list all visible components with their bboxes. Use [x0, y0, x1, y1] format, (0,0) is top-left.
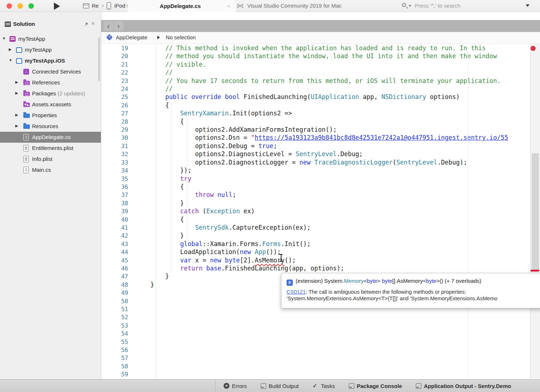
tooltip-signature-text: (extension) System.Memory<byte> byte[].A…	[296, 278, 481, 284]
code-token	[202, 265, 206, 272]
code-line-44[interactable]: 44 LoadApplication(new App());	[101, 248, 530, 256]
code-line-35[interactable]: 35 try	[101, 175, 530, 183]
code-line-30[interactable]: 30 options2.Dsn = "https://5a193123a9b84…	[101, 134, 530, 142]
tree-item-connected-services[interactable]: Connected Services	[0, 66, 101, 77]
code-token: .Debug);	[437, 159, 467, 166]
tree-item-entitlements-plist[interactable]: Entitlements.plist	[0, 143, 101, 154]
code-line-22[interactable]: 22 //	[101, 68, 530, 76]
code-line-45[interactable]: 45 var x = new byte[2].AsMemory();	[101, 256, 530, 264]
code-line-29[interactable]: 29 options2.AddXamarinFormsIntegration()…	[101, 126, 530, 134]
scrollbar-thumb[interactable]	[532, 153, 539, 272]
breadcrumb-selection[interactable]: No selection	[166, 34, 196, 40]
code-line-20[interactable]: 20 // method you should instantiate the …	[101, 52, 530, 60]
code-line-52[interactable]: 52	[101, 313, 530, 321]
pin-icon[interactable]	[83, 21, 89, 28]
minimize-window-button[interactable]	[17, 3, 23, 9]
dock-pad-errors[interactable]: Errors	[224, 383, 247, 389]
code-token: byte	[382, 278, 392, 284]
dock-pad-build-output[interactable]: Build Output	[261, 383, 299, 389]
line-number: 37	[101, 191, 128, 199]
disclosure-collapsed-icon[interactable]: ▶	[15, 113, 18, 117]
tree-item-mytestapp-ios[interactable]: ▼myTestApp.iOS	[0, 55, 101, 66]
disclosure-collapsed-icon[interactable]: ▶	[9, 47, 12, 51]
dsn-url-link[interactable]: https://5a193123a9b841bc8d8e42531e7242a1…	[255, 134, 508, 141]
tree-item-mytestapp[interactable]: ▶myTestApp	[0, 44, 101, 55]
disclosure-expanded-icon[interactable]: ▼	[9, 58, 12, 62]
code-text: options2.AddXamarinFormsIntegration();	[128, 126, 337, 133]
dock-pad-application-output-sentry-demo[interactable]: Application Output - Sentry.Demo	[416, 383, 511, 389]
tree-item-appdelegate-cs[interactable]: AppDelegate.cs	[0, 132, 101, 143]
error-code-link[interactable]: CS0121	[287, 289, 306, 295]
configuration-selector[interactable]: Re	[92, 3, 99, 9]
code-line-21[interactable]: 21 // visible.	[101, 60, 530, 68]
navigate-back-button[interactable]: ‹	[103, 21, 113, 31]
code-line-41[interactable]: 41 SentrySdk.CaptureException(ex);	[101, 223, 530, 231]
code-line-56[interactable]: 56	[101, 346, 530, 354]
dock-pad-label: Errors	[232, 383, 247, 389]
tree-item-resources[interactable]: ▶Resources	[0, 121, 101, 132]
line-number: 27	[101, 110, 128, 118]
disclosure-collapsed-icon[interactable]: ▶	[15, 124, 18, 128]
code-token: options2.DiagnosticLogger =	[135, 159, 299, 166]
disclosure-expanded-icon[interactable]: ▼	[2, 36, 6, 40]
code-line-31[interactable]: 31 options2.Debug = true;	[101, 142, 530, 150]
code-line-36[interactable]: 36 {	[101, 183, 530, 191]
code-line-37[interactable]: 37 throw null;	[101, 191, 530, 199]
code-line-28[interactable]: 28 {	[101, 118, 530, 126]
code-line-54[interactable]: 54	[101, 329, 530, 337]
code-line-38[interactable]: 38 }	[101, 199, 530, 207]
tab-list-chevron-icon[interactable]	[526, 4, 529, 7]
line-number: 52	[101, 313, 128, 321]
code-line-32[interactable]: 32 options2.DiagnosticLevel = SentryLeve…	[101, 150, 530, 158]
code-line-25[interactable]: 25 public override bool FinishedLaunchin…	[101, 93, 530, 101]
dock-pad-label: Package Console	[357, 383, 402, 389]
updates-badge: (2 updates)	[56, 90, 85, 96]
tree-item-info-plist[interactable]: Info.plist	[0, 154, 101, 165]
run-button[interactable]	[54, 3, 60, 10]
code-line-24[interactable]: 24 //	[101, 85, 530, 93]
tree-item-main-cs[interactable]: Main.cs	[0, 165, 101, 175]
editor-scrollbar[interactable]	[530, 44, 540, 379]
code-line-59[interactable]: 59	[101, 370, 530, 378]
code-line-43[interactable]: 43 global::Xamarin.Forms.Forms.Init();	[101, 240, 530, 248]
sidebar-scrollbar[interactable]	[98, 37, 100, 81]
close-icon[interactable]: ✕	[91, 21, 95, 26]
code-line-57[interactable]: 57	[101, 354, 530, 362]
tree-item-properties[interactable]: ▶Properties	[0, 110, 101, 121]
dock-pad-tasks[interactable]: Tasks	[312, 383, 335, 389]
code-line-39[interactable]: 39 catch (Exception ex)	[101, 207, 530, 215]
code-line-23[interactable]: 23 // You have 17 seconds to return from…	[101, 77, 530, 85]
disclosure-collapsed-icon[interactable]: ▶	[15, 91, 18, 95]
code-editor[interactable]: 19 // This method is invoked when the ap…	[101, 44, 530, 379]
line-number: 56	[101, 346, 128, 354]
code-line-42[interactable]: 42 }	[101, 231, 530, 239]
tree-item-assets-xcassets[interactable]: Assets.xcassets	[0, 99, 101, 110]
code-token: >() (+ 7 overloads)	[436, 278, 481, 284]
code-line-46[interactable]: 46 return base.FinishedLaunching(app, op…	[101, 264, 530, 272]
console-icon	[261, 383, 266, 389]
code-text	[128, 371, 135, 378]
code-line-55[interactable]: 55	[101, 338, 530, 346]
tab-appdelegate[interactable]: AppDelegate.cs ○	[127, 0, 236, 12]
tree-item-references[interactable]: ▶References	[0, 77, 101, 88]
code-line-26[interactable]: 26 {	[101, 101, 530, 109]
code-line-53[interactable]: 53	[101, 321, 530, 329]
code-token: [].AsMemory<	[392, 278, 426, 284]
zoom-window-button[interactable]	[28, 3, 34, 9]
tree-item-mytestapp[interactable]: ▼myTestApp	[0, 33, 101, 44]
code-line-19[interactable]: 19 // This method is invoked when the ap…	[101, 44, 530, 52]
disclosure-collapsed-icon[interactable]: ▶	[15, 80, 18, 84]
code-line-27[interactable]: 27 SentryXamarin.Init(options2 =>	[101, 109, 530, 117]
close-window-button[interactable]	[7, 3, 12, 9]
tree-item-packages[interactable]: ▶Packages (2 updates)	[0, 88, 101, 99]
code-line-33[interactable]: 33 options2.DiagnosticLogger = new Trace…	[101, 158, 530, 166]
code-token	[221, 257, 225, 264]
breadcrumb-class[interactable]: AppDelegate	[116, 34, 147, 40]
code-line-58[interactable]: 58	[101, 362, 530, 370]
navigate-forward-button[interactable]: ›	[114, 21, 123, 31]
code-line-40[interactable]: 40 {	[101, 215, 530, 223]
search-field[interactable]: Press '^,' to search	[400, 0, 540, 12]
line-number: 47	[101, 273, 128, 281]
code-line-34[interactable]: 34 });	[101, 166, 530, 174]
dock-pad-package-console[interactable]: Package Console	[349, 383, 402, 389]
